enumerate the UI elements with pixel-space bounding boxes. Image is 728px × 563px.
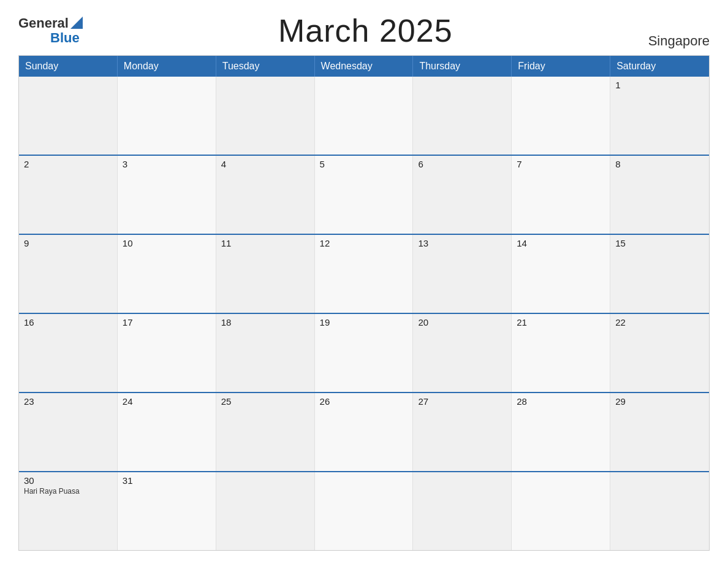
day-number: 17 bbox=[123, 317, 211, 327]
day-header-monday: Monday bbox=[118, 56, 216, 77]
day-cell: 6 bbox=[413, 156, 512, 234]
day-cell bbox=[413, 472, 512, 550]
day-number: 8 bbox=[615, 159, 704, 169]
day-number: 23 bbox=[24, 396, 112, 407]
day-cell: 28 bbox=[512, 393, 610, 471]
month-title: March 2025 bbox=[278, 12, 453, 49]
calendar-body: 1234567891011121314151617181920212223242… bbox=[19, 77, 709, 550]
day-number: 11 bbox=[221, 238, 309, 248]
day-cell bbox=[216, 472, 315, 550]
week-row-2: 9101112131415 bbox=[19, 234, 709, 313]
day-cell: 13 bbox=[413, 235, 512, 313]
day-cell: 8 bbox=[610, 156, 709, 234]
day-number: 4 bbox=[221, 159, 309, 169]
calendar-page: General Blue March 2025 Singapore Sunday… bbox=[0, 0, 728, 563]
day-header-friday: Friday bbox=[512, 56, 610, 77]
week-row-0: 1 bbox=[19, 77, 709, 155]
day-cell: 30Hari Raya Puasa bbox=[19, 472, 118, 550]
day-number: 27 bbox=[418, 396, 506, 407]
event-text: Hari Raya Puasa bbox=[24, 487, 112, 496]
day-number: 5 bbox=[320, 159, 408, 169]
day-header-thursday: Thursday bbox=[413, 56, 512, 77]
day-number: 15 bbox=[615, 238, 704, 248]
day-number: 22 bbox=[615, 317, 704, 327]
week-row-4: 23242526272829 bbox=[19, 392, 709, 471]
day-number: 10 bbox=[123, 238, 211, 248]
day-cell bbox=[216, 77, 315, 155]
day-cell: 5 bbox=[315, 156, 414, 234]
day-cell: 12 bbox=[315, 235, 414, 313]
day-cell: 1 bbox=[610, 77, 709, 155]
day-number: 14 bbox=[517, 238, 605, 248]
day-cell bbox=[512, 77, 610, 155]
day-number: 7 bbox=[517, 159, 605, 169]
day-header-saturday: Saturday bbox=[610, 56, 709, 77]
day-cell: 7 bbox=[512, 156, 610, 234]
svg-marker-0 bbox=[70, 17, 83, 29]
page-header: General Blue March 2025 Singapore bbox=[18, 12, 710, 49]
country-label: Singapore bbox=[648, 33, 710, 49]
day-number: 25 bbox=[221, 396, 309, 407]
day-header-tuesday: Tuesday bbox=[216, 56, 315, 77]
day-number: 24 bbox=[123, 396, 211, 407]
day-cell: 20 bbox=[413, 314, 512, 392]
day-cell bbox=[413, 77, 512, 155]
day-cell: 10 bbox=[118, 235, 216, 313]
day-header-wednesday: Wednesday bbox=[315, 56, 414, 77]
calendar: SundayMondayTuesdayWednesdayThursdayFrid… bbox=[18, 55, 710, 551]
day-number: 19 bbox=[320, 317, 408, 327]
day-number: 3 bbox=[123, 159, 211, 169]
day-number: 28 bbox=[517, 396, 605, 407]
day-cell: 15 bbox=[610, 235, 709, 313]
day-cell: 17 bbox=[118, 314, 216, 392]
day-cell: 31 bbox=[118, 472, 216, 550]
day-cell: 18 bbox=[216, 314, 315, 392]
day-number: 29 bbox=[615, 396, 704, 407]
day-cell: 4 bbox=[216, 156, 315, 234]
day-number: 12 bbox=[320, 238, 408, 248]
day-number: 6 bbox=[418, 159, 506, 169]
day-number: 13 bbox=[418, 238, 506, 248]
day-cell: 23 bbox=[19, 393, 118, 471]
day-number: 20 bbox=[418, 317, 506, 327]
day-number: 1 bbox=[615, 80, 704, 90]
day-number: 30 bbox=[24, 475, 112, 486]
day-cell bbox=[118, 77, 216, 155]
day-cell: 2 bbox=[19, 156, 118, 234]
day-cell bbox=[315, 472, 414, 550]
day-cell: 16 bbox=[19, 314, 118, 392]
day-cell: 26 bbox=[315, 393, 414, 471]
days-header: SundayMondayTuesdayWednesdayThursdayFrid… bbox=[19, 56, 709, 77]
day-number: 21 bbox=[517, 317, 605, 327]
week-row-1: 2345678 bbox=[19, 155, 709, 234]
day-cell: 22 bbox=[610, 314, 709, 392]
day-cell bbox=[315, 77, 414, 155]
day-cell: 14 bbox=[512, 235, 610, 313]
day-number: 2 bbox=[24, 159, 112, 169]
day-cell bbox=[19, 77, 118, 155]
day-cell: 21 bbox=[512, 314, 610, 392]
day-number: 9 bbox=[24, 238, 112, 248]
day-cell bbox=[610, 472, 709, 550]
day-number: 31 bbox=[123, 475, 211, 486]
day-cell: 11 bbox=[216, 235, 315, 313]
day-header-sunday: Sunday bbox=[19, 56, 118, 77]
week-row-3: 16171819202122 bbox=[19, 313, 709, 392]
day-number: 26 bbox=[320, 396, 408, 407]
logo: General Blue bbox=[18, 15, 83, 46]
day-number: 16 bbox=[24, 317, 112, 327]
day-cell bbox=[512, 472, 610, 550]
day-cell: 3 bbox=[118, 156, 216, 234]
day-number: 18 bbox=[221, 317, 309, 327]
day-cell: 25 bbox=[216, 393, 315, 471]
day-cell: 9 bbox=[19, 235, 118, 313]
day-cell: 27 bbox=[413, 393, 512, 471]
day-cell: 29 bbox=[610, 393, 709, 471]
day-cell: 24 bbox=[118, 393, 216, 471]
week-row-5: 30Hari Raya Puasa31 bbox=[19, 471, 709, 550]
day-cell: 19 bbox=[315, 314, 414, 392]
